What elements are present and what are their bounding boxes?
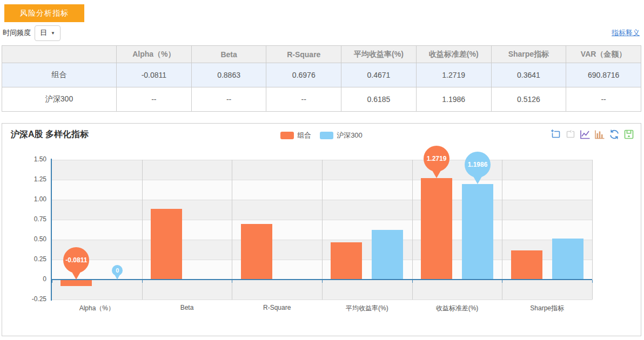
chart-bar[interactable] bbox=[421, 178, 452, 280]
legend-swatch bbox=[320, 132, 333, 139]
value-balloon-tail bbox=[115, 275, 120, 280]
x-axis-tick bbox=[232, 280, 232, 283]
x-axis-category-label: 平均收益率(%) bbox=[322, 304, 412, 313]
chart-plot-area: 1.501.251.000.750.500.250-0.25Alpha（%）Be… bbox=[52, 160, 592, 300]
table-row: 组合-0.08110.88630.69760.46711.27190.36416… bbox=[2, 63, 641, 87]
area-zoom-button[interactable] bbox=[551, 129, 561, 140]
save-image-button[interactable] bbox=[623, 129, 634, 140]
bar-chart-icon bbox=[594, 129, 605, 140]
chart-bar[interactable] bbox=[151, 209, 182, 280]
legend-item[interactable]: 组合 bbox=[280, 131, 311, 140]
chart-panel: 沪深A股 多样化指标 组合沪深300 bbox=[2, 123, 641, 336]
x-axis-tick bbox=[412, 280, 413, 283]
table-cell: 0.6976 bbox=[266, 63, 341, 87]
table-row-label: 组合 bbox=[2, 63, 117, 87]
table-cell: -- bbox=[191, 87, 266, 112]
y-axis-tick-label: 1.50 bbox=[14, 155, 46, 163]
chart-bar[interactable] bbox=[241, 224, 272, 280]
y-axis-tick-label: 0.50 bbox=[14, 235, 46, 243]
table-cell: 0.6185 bbox=[341, 87, 417, 112]
table-header-cell: VAR（金额） bbox=[566, 46, 641, 63]
table-cell: 0.5126 bbox=[491, 87, 566, 112]
x-axis-tick bbox=[142, 280, 143, 283]
legend-item[interactable]: 沪深300 bbox=[320, 131, 363, 140]
y-axis-tick-label: 1.00 bbox=[14, 195, 46, 203]
indicator-definitions-link[interactable]: 指标释义 bbox=[612, 28, 640, 38]
table-header-cell: R-Square bbox=[266, 46, 341, 63]
gridline-vertical bbox=[592, 160, 593, 300]
value-balloon: 1.2719 bbox=[424, 146, 450, 178]
gridline-horizontal bbox=[52, 300, 592, 300]
value-balloon-tail bbox=[432, 171, 441, 178]
x-axis-category-label: Beta bbox=[142, 304, 232, 311]
table-cell: -- bbox=[117, 87, 192, 112]
refresh-button[interactable] bbox=[609, 129, 620, 140]
risk-metrics-table: Alpha（%）BetaR-Square平均收益率(%)收益标准差(%)Shar… bbox=[2, 45, 641, 112]
chart-toolbar bbox=[551, 129, 634, 140]
chart-bar[interactable] bbox=[462, 184, 493, 280]
zoom-restore-button[interactable] bbox=[565, 129, 576, 140]
frequency-select[interactable]: 日 ▼ bbox=[35, 25, 61, 41]
table-header-cell: Alpha（%） bbox=[117, 46, 192, 63]
chart-bar[interactable] bbox=[552, 239, 583, 280]
x-axis-tick bbox=[502, 280, 502, 283]
table-cell: -- bbox=[266, 87, 341, 112]
y-axis-line bbox=[51, 159, 52, 301]
y-axis-tick-label: 0.75 bbox=[14, 215, 46, 223]
table-cell: 690.8716 bbox=[566, 63, 641, 87]
value-balloon-label: 0 bbox=[112, 265, 123, 276]
table-cell: 0.8863 bbox=[191, 63, 266, 87]
zoom-restore-icon bbox=[565, 129, 576, 140]
risk-indicators-tab[interactable]: 风险分析指标 bbox=[4, 4, 84, 22]
x-axis-category-label: Alpha（%） bbox=[52, 304, 142, 313]
table-header-cell bbox=[2, 46, 117, 63]
table-header-cell: Beta bbox=[191, 46, 266, 63]
frequency-selected-value: 日 bbox=[40, 28, 47, 38]
chart-legend: 组合沪深300 bbox=[2, 131, 641, 140]
table-row: 沪深300------0.61851.19860.5126-- bbox=[2, 87, 641, 112]
y-axis-tick-label: 0 bbox=[14, 275, 46, 283]
chevron-down-icon: ▼ bbox=[51, 31, 55, 36]
chart-bar[interactable] bbox=[372, 230, 403, 280]
x-axis-tick bbox=[52, 280, 52, 283]
value-balloon: -0.0811 bbox=[63, 247, 89, 280]
legend-swatch bbox=[280, 132, 294, 139]
table-cell: 0.3641 bbox=[491, 63, 566, 87]
y-axis-tick-label: 1.25 bbox=[14, 175, 46, 183]
x-axis-tick bbox=[592, 280, 593, 283]
table-header-cell: 平均收益率(%) bbox=[341, 46, 417, 63]
table-cell: -- bbox=[566, 87, 641, 112]
y-axis-tick-label: 0.25 bbox=[14, 255, 46, 263]
legend-label: 组合 bbox=[297, 131, 311, 140]
chart-bar[interactable] bbox=[61, 280, 92, 286]
table-cell: -0.0811 bbox=[117, 63, 192, 87]
area-zoom-icon bbox=[551, 129, 561, 140]
table-row-label: 沪深300 bbox=[2, 87, 117, 112]
x-axis-category-label: R-Square bbox=[232, 304, 322, 311]
refresh-icon bbox=[609, 129, 620, 140]
chart-bar[interactable] bbox=[511, 250, 542, 280]
value-balloon: 1.1986 bbox=[465, 152, 491, 184]
x-axis-tick bbox=[322, 280, 323, 283]
chart-bar[interactable] bbox=[331, 242, 362, 280]
value-balloon: 0 bbox=[112, 265, 123, 280]
line-chart-button[interactable] bbox=[580, 129, 591, 140]
y-axis-tick-label: -0.25 bbox=[14, 295, 46, 303]
table-cell: 1.2719 bbox=[416, 63, 491, 87]
value-balloon-label: -0.0811 bbox=[63, 247, 89, 273]
x-axis-category-label: 收益标准差(%) bbox=[412, 304, 502, 313]
bar-chart-button[interactable] bbox=[594, 129, 605, 140]
value-balloon-tail bbox=[72, 272, 81, 280]
line-chart-icon bbox=[580, 129, 591, 140]
value-balloon-label: 1.1986 bbox=[465, 152, 491, 178]
table-header-cell: 收益标准差(%) bbox=[416, 46, 491, 63]
value-balloon-label: 1.2719 bbox=[424, 146, 450, 172]
table-cell: 1.1986 bbox=[416, 87, 491, 112]
save-image-icon bbox=[623, 129, 634, 140]
table-cell: 0.4671 bbox=[341, 63, 417, 87]
legend-label: 沪深300 bbox=[337, 131, 363, 140]
time-frequency-row: 时间频度 日 ▼ bbox=[3, 25, 61, 41]
x-axis-category-label: Sharpe指标 bbox=[502, 304, 592, 313]
frequency-label: 时间频度 bbox=[3, 28, 31, 38]
table-header-cell: Sharpe指标 bbox=[491, 46, 566, 63]
